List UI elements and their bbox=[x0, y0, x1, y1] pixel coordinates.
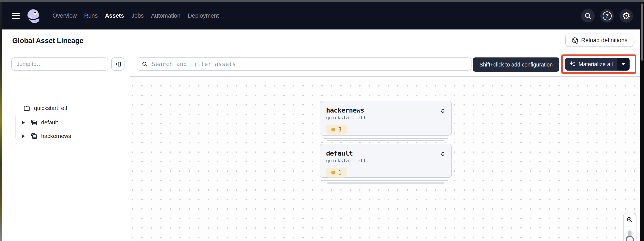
page-title: Global Asset Lineage bbox=[12, 36, 83, 45]
nav-item-runs[interactable]: Runs bbox=[80, 2, 102, 29]
navbar-icon-group: ? ⚙ bbox=[581, 9, 633, 22]
window-top-strip bbox=[0, 0, 644, 2]
graph-canvas[interactable]: hackernews quickstart_etl 3 default bbox=[130, 77, 640, 241]
materialize-all-split-button[interactable]: Materialize all bbox=[565, 58, 630, 71]
top-navbar: Overview Runs Assets Jobs Automation Dep… bbox=[2, 2, 640, 29]
nav-item-automation[interactable]: Automation bbox=[147, 2, 184, 29]
materialize-all-label: Materialize all bbox=[578, 61, 613, 68]
settings-button[interactable]: ⚙ bbox=[620, 9, 633, 22]
stacked-card-line bbox=[324, 180, 448, 181]
materialize-all-button[interactable]: Materialize all bbox=[565, 58, 617, 71]
collapse-sidebar-button[interactable] bbox=[111, 57, 124, 71]
asset-group-node-default[interactable]: default quickstart_etl 1 bbox=[320, 144, 452, 178]
tree-item-default[interactable]: default bbox=[22, 116, 58, 129]
scrollbar-thumb[interactable] bbox=[641, 3, 643, 61]
status-dot-icon bbox=[331, 171, 335, 175]
graph-toolbar: Shift+click to add configuration Materia… bbox=[130, 52, 640, 77]
magnifier-plus-icon bbox=[626, 216, 634, 224]
caret-right-icon[interactable] bbox=[22, 134, 25, 138]
caret-down-icon bbox=[621, 63, 626, 65]
nav-item-assets[interactable]: Assets bbox=[102, 2, 128, 29]
search-icon bbox=[584, 12, 592, 20]
stacked-card-line bbox=[327, 140, 444, 141]
shift-click-tooltip: Shift+click to add configuration bbox=[473, 57, 559, 72]
question-icon: ? bbox=[603, 11, 612, 20]
asset-count-badge: 3 bbox=[326, 125, 347, 135]
search-icon bbox=[142, 61, 148, 67]
primary-nav: Overview Runs Assets Jobs Automation Dep… bbox=[49, 2, 222, 29]
asset-search-field[interactable] bbox=[137, 57, 472, 71]
asset-count: 1 bbox=[338, 169, 342, 176]
reload-definitions-label: Reload definitions bbox=[581, 37, 628, 44]
panel-collapse-left-icon bbox=[114, 60, 122, 68]
sparkles-icon bbox=[569, 61, 576, 68]
node-title: default bbox=[326, 149, 353, 157]
asset-count-badge: 1 bbox=[326, 168, 347, 178]
dagster-logo-icon[interactable] bbox=[26, 8, 41, 23]
nav-item-deployment[interactable]: Deployment bbox=[184, 2, 222, 29]
desktop-background-sliver bbox=[0, 0, 2, 241]
jump-to-input[interactable] bbox=[12, 57, 108, 71]
asset-group-node-hackernews[interactable]: hackernews quickstart_etl 3 bbox=[320, 101, 452, 136]
help-button[interactable]: ? bbox=[600, 9, 614, 22]
zoom-slider-thumb[interactable] bbox=[626, 236, 634, 241]
zoom-control bbox=[623, 213, 636, 241]
hamburger-menu-icon[interactable] bbox=[12, 13, 20, 19]
folder-icon bbox=[23, 105, 30, 112]
materialize-dropdown-button[interactable] bbox=[617, 58, 630, 71]
asset-group-icon bbox=[30, 133, 38, 140]
unfold-icon[interactable] bbox=[440, 151, 446, 157]
search-input[interactable] bbox=[152, 60, 467, 68]
lineage-graph-pane: Shift+click to add configuration Materia… bbox=[130, 52, 640, 241]
nav-item-overview[interactable]: Overview bbox=[49, 2, 80, 29]
tree-item-hackernews[interactable]: hackernews bbox=[22, 129, 71, 143]
asset-tree-sidebar: quickstart_etl default hackernews bbox=[2, 52, 130, 241]
status-dot-icon bbox=[331, 128, 335, 131]
tree-item-label: hackernews bbox=[41, 133, 71, 139]
tree-item-label: default bbox=[41, 119, 58, 126]
tree-guide-line bbox=[15, 116, 16, 138]
tree-item-label: quickstart_etl bbox=[34, 105, 67, 111]
nav-item-jobs[interactable]: Jobs bbox=[128, 2, 147, 29]
search-button[interactable] bbox=[581, 9, 595, 22]
asset-group-icon bbox=[30, 119, 38, 126]
asset-count: 3 bbox=[338, 126, 342, 133]
node-title: hackernews bbox=[326, 106, 364, 114]
node-subtitle: quickstart_etl bbox=[320, 115, 452, 120]
gear-icon: ⚙ bbox=[622, 11, 630, 21]
zoom-in-button[interactable] bbox=[624, 213, 636, 227]
cube-refresh-icon bbox=[572, 37, 578, 44]
stacked-card-line bbox=[324, 138, 448, 139]
caret-right-icon[interactable] bbox=[22, 120, 25, 125]
tree-item-quickstart-etl[interactable]: quickstart_etl bbox=[23, 101, 67, 115]
unfold-icon[interactable] bbox=[440, 108, 446, 114]
reload-definitions-button[interactable]: Reload definitions bbox=[566, 33, 634, 47]
browser-scrollbar[interactable] bbox=[640, 2, 644, 241]
page-header: Global Asset Lineage Reload definitions bbox=[2, 29, 640, 52]
node-subtitle: quickstart_etl bbox=[320, 158, 452, 163]
sidebar-search-row bbox=[2, 52, 130, 77]
stacked-card-line bbox=[327, 183, 444, 184]
